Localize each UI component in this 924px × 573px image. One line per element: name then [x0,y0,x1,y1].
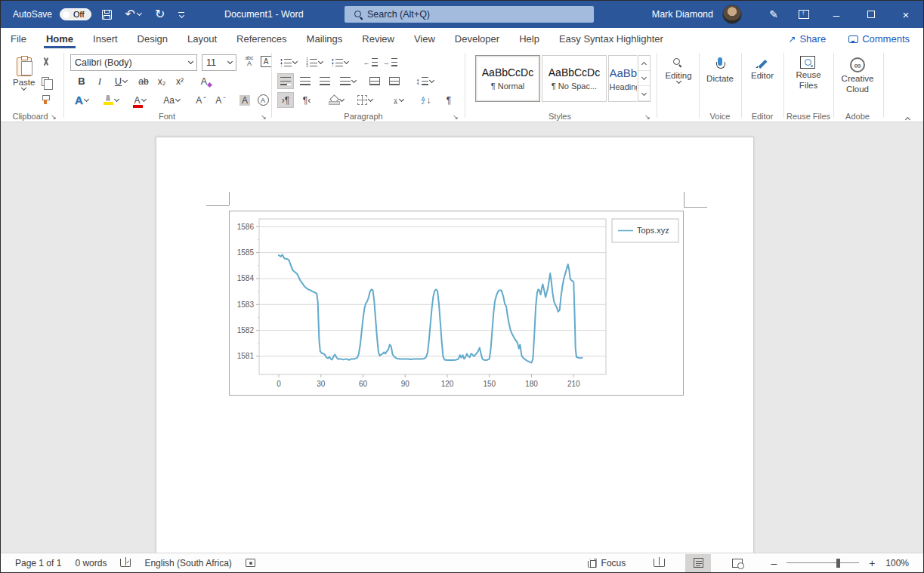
cut-button[interactable] [37,54,54,70]
zoom-in-button[interactable]: + [865,557,879,569]
superscript-button[interactable]: x² [172,73,188,89]
document-area[interactable]: 1581158215831584158515860306090120150180… [1,123,923,554]
macro-recording-button[interactable] [239,553,262,573]
dictate-button[interactable]: Dictate [702,56,738,85]
subscript-button[interactable]: x₂ [153,73,170,89]
avatar[interactable] [722,5,742,24]
align-left-button[interactable] [277,73,294,89]
styles-scroll-down-button[interactable] [638,71,650,86]
tab-view[interactable]: View [404,29,445,48]
show-hide-formatting-button[interactable]: ¶ [440,92,457,108]
customize-quick-access-button[interactable] [175,11,187,19]
decrease-indent-button[interactable]: ← [362,54,379,70]
tab-easy-syntax-highlighter[interactable]: Easy Syntax Highlighter [549,29,673,48]
increase-indent-button[interactable]: → [382,54,398,70]
distribute-text-button[interactable] [366,73,383,89]
italic-button[interactable]: I [91,73,108,89]
character-shading-button[interactable]: A [236,92,253,108]
shading-button[interactable] [324,92,348,108]
ink-pen-button[interactable]: ✎ [759,1,789,28]
collapse-ribbon-button[interactable] [906,112,910,124]
bullets-button[interactable] [277,54,300,70]
style-heading-1[interactable]: AaBbCc Heading 1 [608,55,637,102]
user-name[interactable]: Mark Diamond [652,9,713,20]
font-name-combo[interactable]: Calibri (Body) [70,54,197,71]
word-count[interactable]: 0 words [68,553,113,573]
fit-text-button[interactable] [386,73,403,89]
sort-button[interactable]: AZ↓ [418,92,434,108]
font-color-button[interactable]: A [128,92,152,108]
copy-button[interactable] [37,73,54,89]
strikethrough-button[interactable]: ab [135,73,152,89]
align-right-button[interactable] [317,73,333,89]
change-case-button[interactable]: Aa [158,92,185,108]
tab-insert[interactable]: Insert [83,29,128,48]
line-spacing-button[interactable]: ↕ [412,73,437,89]
numbering-button[interactable]: 1 2 3 [303,54,326,70]
tab-file[interactable]: File [1,29,36,48]
redo-button[interactable]: ↻ [152,7,168,22]
tab-design[interactable]: Design [128,29,178,48]
tab-developer[interactable]: Developer [445,29,509,48]
font-size-combo[interactable]: 11 [202,54,236,71]
print-layout-button[interactable] [685,554,711,572]
phonetic-guide-button[interactable]: abcA [241,54,258,69]
left-to-right-button[interactable]: ›¶ [277,92,294,108]
paste-button[interactable]: Paste [10,56,38,91]
share-button[interactable]: ↗Share [779,30,835,48]
styles-dialog-launcher[interactable]: ↘ [643,112,652,122]
right-to-left-button[interactable]: ¶‹ [298,92,315,108]
tab-references[interactable]: References [227,29,296,48]
editing-button[interactable]: Editing [661,56,696,85]
ribbon-display-options-button[interactable] [789,1,819,28]
text-effects-typography-button[interactable]: A [196,73,212,89]
close-button[interactable]: × [888,1,923,28]
tab-review[interactable]: Review [352,29,404,48]
text-highlight-button[interactable] [99,92,123,108]
style-no-spacing[interactable]: AaBbCcDc ¶ No Spac... [542,55,607,102]
search-box[interactable]: Search (Alt+Q) [345,6,594,23]
creative-cloud-button[interactable]: ∞ Creative Cloud [836,56,879,97]
tab-layout[interactable]: Layout [178,29,227,48]
save-button[interactable] [99,8,115,21]
embedded-chart[interactable]: 1581158215831584158515860306090120150180… [229,211,684,396]
format-painter-button[interactable] [37,92,54,108]
language-indicator[interactable]: English (South Africa) [138,553,238,573]
zoom-slider[interactable] [786,554,859,572]
autosave-toggle[interactable]: Off [60,8,91,20]
text-effects-button[interactable]: A [70,92,93,108]
web-layout-button[interactable] [725,554,750,572]
minimize-button[interactable]: – [819,1,854,28]
clipboard-dialog-launcher[interactable]: ↘ [49,112,58,122]
editor-button[interactable]: Editor [746,56,779,82]
multilevel-list-button[interactable] [329,54,351,70]
bold-button[interactable]: B [73,73,90,89]
tab-help[interactable]: Help [509,29,549,48]
maximize-button[interactable] [854,1,888,28]
grow-font-button[interactable]: A [193,92,209,108]
tab-mailings[interactable]: Mailings [297,29,353,48]
focus-button[interactable]: Focus [581,553,633,573]
read-mode-button[interactable] [646,554,672,572]
underline-button[interactable]: U [110,73,132,89]
style-normal[interactable]: AaBbCcDc ¶ Normal [475,55,540,102]
shrink-font-button[interactable]: A [212,92,229,108]
asian-layout-button[interactable]: ↔A [385,92,412,108]
proofing-errors-button[interactable] [113,553,138,573]
zoom-slider-handle[interactable] [836,559,840,568]
align-center-button[interactable] [297,73,314,89]
zoom-level[interactable]: 100% [879,553,916,573]
comments-button[interactable]: Comments [839,30,919,48]
tab-home[interactable]: Home [36,29,83,48]
enclose-characters-button[interactable]: A [255,92,271,108]
borders-button[interactable] [353,92,377,108]
zoom-out-button[interactable]: – [767,557,780,569]
justify-button[interactable] [336,73,359,89]
document-page[interactable]: 1581158215831584158515860306090120150180… [156,137,754,554]
styles-gallery-expand-button[interactable] [638,86,650,101]
undo-button[interactable]: ↶ [122,7,144,22]
reuse-files-button[interactable]: Reuse Files [788,56,829,93]
page-indicator[interactable]: Page 1 of 1 [8,553,68,573]
paragraph-dialog-launcher[interactable]: ↘ [451,112,460,122]
styles-scroll-up-button[interactable] [638,56,650,71]
